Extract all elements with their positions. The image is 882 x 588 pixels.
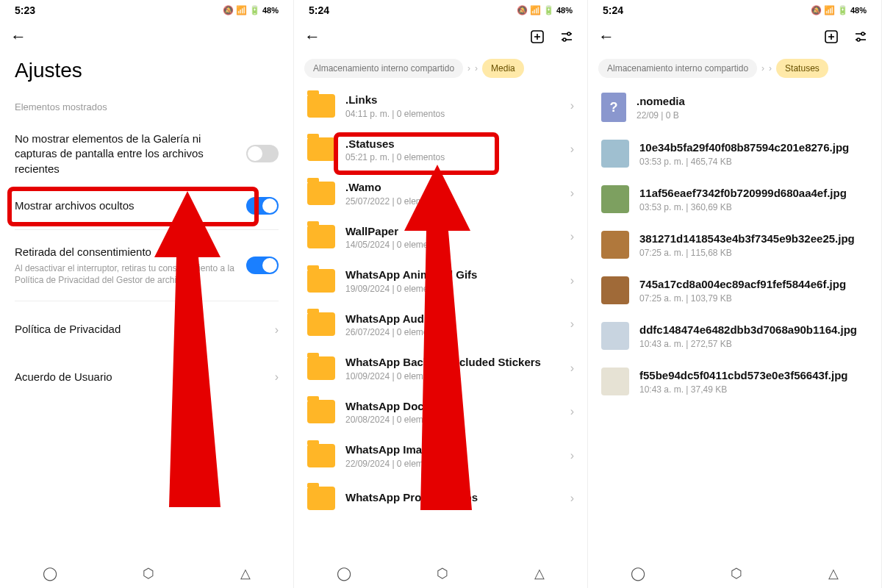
file-row[interactable]: ? .nomedia 22/09 | 0 B: [588, 84, 881, 131]
nav-icon[interactable]: △: [828, 565, 839, 581]
file-meta: 07:25 a. m. | 103,79 KB: [639, 293, 868, 304]
nav-icon[interactable]: ◯: [631, 565, 645, 581]
folder-row[interactable]: WhatsApp Profile Photos ›: [294, 478, 587, 519]
filter-icon[interactable]: [850, 26, 871, 47]
battery-pct: 48%: [556, 6, 573, 15]
chevron-right-icon: ›: [570, 274, 574, 287]
file-meta: 03:53 p. m. | 360,69 KB: [639, 202, 868, 212]
svg-point-15: [857, 38, 860, 41]
page-title: Ajustes: [0, 53, 293, 96]
svg-point-5: [567, 32, 570, 35]
folder-meta: 20/08/2024 | 0 elementos: [345, 415, 560, 425]
nav-icon[interactable]: ⬡: [437, 565, 448, 581]
chevron-right-icon: ›: [570, 405, 574, 418]
nav-icon[interactable]: △: [240, 565, 251, 581]
battery-icon: 🔋: [543, 5, 554, 15]
chevron-right-icon: ›: [570, 362, 574, 375]
folder-row[interactable]: .Links 04:11 p. m. | 0 elementos ›: [294, 84, 587, 128]
toggle-show-hidden[interactable]: [246, 197, 279, 215]
mute-icon: 🔕: [223, 5, 234, 15]
file-meta: 10:43 a. m. | 37,49 KB: [639, 384, 868, 395]
topbar: ←: [294, 21, 587, 53]
folder-row[interactable]: WhatsApp Backup Excluded Stickers 10/09/…: [294, 346, 587, 390]
folder-name: .Wamo: [345, 180, 560, 195]
status-time: 5:23: [15, 4, 35, 16]
file-name: 745a17cd8a004ec89acf91fef5844e6f.jpg: [639, 277, 868, 292]
topbar: ←: [0, 21, 293, 53]
breadcrumb-current[interactable]: Statuses: [776, 59, 828, 78]
add-icon[interactable]: [527, 26, 548, 47]
file-meta: 07:25 a. m. | 115,68 KB: [639, 248, 868, 258]
folder-row[interactable]: WhatsApp Audio 26/07/2024 | 0 elementos …: [294, 303, 587, 347]
breadcrumb-root[interactable]: Almacenamiento interno compartido: [304, 59, 463, 78]
folder-name: .Links: [345, 93, 560, 107]
nav-icon[interactable]: ⬡: [731, 565, 742, 581]
bottom-nav: ◯ ⬡ △: [0, 559, 293, 588]
file-meta: 03:53 p. m. | 465,74 KB: [639, 157, 868, 167]
file-name: 10e34b5fa29f40f08b87594c201e8276.jpg: [639, 140, 868, 155]
folder-row[interactable]: .Wamo 25/07/2022 | 0 elementos ›: [294, 171, 587, 215]
folder-row[interactable]: WallPaper 14/05/2024 | 0 elementos ›: [294, 215, 587, 259]
breadcrumb-current[interactable]: Media: [482, 59, 524, 78]
image-thumbnail: [601, 231, 629, 259]
file-meta: 10:43 a. m. | 272,57 KB: [639, 339, 868, 349]
setting-user-agreement[interactable]: Acuerdo de Usuario ›: [0, 354, 293, 401]
nav-icon[interactable]: △: [534, 565, 545, 581]
status-right: 🔕 📶 🔋 48%: [517, 5, 573, 15]
file-row[interactable]: ddfc148474e6482dbb3d7068a90b1164.jpg 10:…: [588, 313, 881, 359]
folder-row[interactable]: .Statuses 05:21 p. m. | 0 elementos ›: [294, 128, 587, 172]
folder-row[interactable]: WhatsApp Animated Gifs 19/09/2024 | 0 el…: [294, 259, 587, 303]
folder-list[interactable]: .Links 04:11 p. m. | 0 elementos › .Stat…: [294, 84, 587, 559]
mute-icon: 🔕: [811, 5, 822, 15]
chevron-right-icon: ›: [570, 143, 574, 156]
nav-icon[interactable]: ◯: [337, 565, 351, 581]
folder-meta: 26/07/2024 | 0 elementos: [345, 327, 560, 337]
file-meta: 22/09 | 0 B: [637, 110, 868, 121]
chevron-right-icon: ›: [570, 187, 574, 200]
add-icon[interactable]: [821, 26, 842, 47]
chevron-right-icon: ›: [570, 230, 574, 243]
folder-meta: 22/09/2024 | 0 elementos: [345, 459, 560, 469]
file-list[interactable]: ? .nomedia 22/09 | 0 B 10e34b5fa29f40f08…: [588, 84, 881, 559]
file-row[interactable]: 745a17cd8a004ec89acf91fef5844e6f.jpg 07:…: [588, 268, 881, 313]
file-name: .nomedia: [637, 94, 868, 109]
status-bar: 5:24 🔕 📶 🔋 48%: [588, 0, 881, 21]
file-row[interactable]: 10e34b5fa29f40f08b87594c201e8276.jpg 03:…: [588, 131, 881, 176]
file-row[interactable]: f55be94dc5f0411cbd573e0e3f56643f.jpg 10:…: [588, 359, 881, 404]
toggle-hide-gallery[interactable]: [246, 145, 279, 162]
svg-point-7: [563, 38, 566, 41]
file-icon: ?: [601, 93, 626, 122]
breadcrumb-root[interactable]: Almacenamiento interno compartido: [598, 59, 757, 78]
nav-icon[interactable]: ⬡: [143, 565, 154, 581]
bottom-nav: ◯ ⬡ △: [588, 559, 881, 588]
folder-meta: 05:21 p. m. | 0 elementos: [345, 152, 560, 162]
folder-icon: [307, 182, 335, 205]
back-icon[interactable]: ←: [598, 27, 614, 46]
filter-icon[interactable]: [556, 26, 577, 47]
setting-show-hidden[interactable]: Mostrar archivos ocultos: [0, 187, 293, 225]
chevron-right-icon: ›: [769, 63, 772, 74]
topbar: ←: [588, 21, 881, 53]
folder-name: WhatsApp Documents: [345, 399, 560, 414]
battery-icon: 🔋: [837, 5, 848, 15]
section-caption: Elementos mostrados: [0, 96, 293, 121]
folder-icon: [307, 269, 335, 293]
folder-name: WallPaper: [345, 224, 560, 239]
chevron-right-icon: ›: [570, 492, 574, 505]
chevron-right-icon: ›: [570, 99, 574, 112]
folder-icon: [307, 444, 335, 467]
back-icon[interactable]: ←: [304, 27, 320, 46]
setting-consent[interactable]: Retirada del consentimiento Al desactiva…: [0, 234, 293, 297]
nav-icon[interactable]: ◯: [43, 565, 57, 581]
toggle-consent[interactable]: [246, 257, 279, 274]
file-row[interactable]: 381271d1418543e4b3f7345e9b32ee25.jpg 07:…: [588, 222, 881, 268]
file-row[interactable]: 11af56eaef7342f0b720999d680aa4ef.jpg 03:…: [588, 176, 881, 222]
back-icon[interactable]: ←: [10, 27, 26, 46]
folder-row[interactable]: WhatsApp Documents 20/08/2024 | 0 elemen…: [294, 390, 587, 434]
status-bar: 5:24 🔕 📶 🔋 48%: [294, 0, 587, 21]
setting-hide-gallery[interactable]: No mostrar elementos de la Galería ni ca…: [0, 121, 293, 187]
folder-name: WhatsApp Animated Gifs: [345, 268, 560, 282]
status-time: 5:24: [603, 4, 623, 16]
setting-privacy[interactable]: Política de Privacidad ›: [0, 306, 293, 353]
folder-row[interactable]: WhatsApp Images 22/09/2024 | 0 elementos…: [294, 434, 587, 478]
